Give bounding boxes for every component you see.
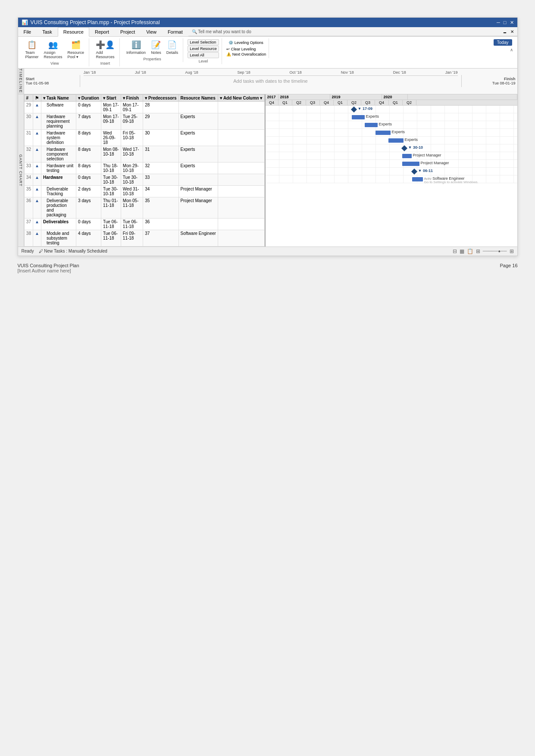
tab-project[interactable]: Project: [115, 27, 141, 36]
row-taskname[interactable]: Deliverable Tracking: [41, 185, 76, 197]
tab-resource[interactable]: Resource: [58, 27, 89, 37]
row-num: 30: [24, 113, 33, 129]
row-resource: Experts: [178, 162, 218, 174]
col-header-taskname[interactable]: ▾ Task Name: [41, 94, 76, 101]
timeline-view-icon[interactable]: ⊞: [476, 248, 480, 254]
row-start: Wed 26-09-18: [101, 129, 121, 146]
ribbon-group-leveling: ⚙️ Leveling Options ↩ Clear Leveling ⚠️ …: [224, 38, 269, 58]
notes-button[interactable]: 📝 Notes: [149, 39, 163, 56]
level-resource-button[interactable]: Level Resource: [188, 46, 219, 52]
resource-pool-button[interactable]: 🗂️ ResourcePool ▾: [66, 39, 87, 60]
col-header-resource[interactable]: Resource Names: [178, 94, 218, 101]
row-mode: ▲: [33, 113, 41, 129]
row-mode: ▲: [33, 185, 41, 197]
timeline-bar: TIMELINE Start Tue 01-05-98 Jan '18 Jul …: [18, 69, 517, 94]
tab-file[interactable]: File: [18, 27, 37, 36]
tab-report[interactable]: Report: [89, 27, 115, 36]
year-2018: 2018: [278, 94, 330, 100]
tab-format[interactable]: Format: [162, 27, 188, 36]
q-2020-q1: Q1: [389, 100, 403, 105]
tab-view[interactable]: View: [141, 27, 162, 36]
row-taskname[interactable]: Deliverable production and packaging: [41, 197, 76, 218]
add-resources-icon: ➕👤: [96, 41, 115, 50]
add-resources-button[interactable]: ➕👤 AddResources: [94, 39, 117, 60]
grid-view-icon[interactable]: ▦: [460, 248, 464, 254]
q-2018-q4: Q4: [320, 100, 334, 105]
minimize-button[interactable]: ─: [497, 20, 500, 25]
level-selection-button[interactable]: Level Selection: [188, 39, 219, 45]
table-row: 35 ▲ Deliverable Tracking 2 days Tue 30-…: [24, 185, 264, 197]
today-button[interactable]: Today: [494, 39, 512, 46]
notes-icon: 📝: [151, 41, 161, 50]
leveling-options-button[interactable]: ⚙️ Leveling Options: [226, 39, 266, 46]
task-bar[interactable]: [402, 154, 412, 158]
task-bar[interactable]: [412, 177, 423, 181]
status-bar-right: ⊟ ▦ 📋 ⊞ ─────●── ⊞: [453, 248, 514, 254]
task-bar[interactable]: [352, 115, 365, 119]
task-bar[interactable]: [365, 123, 378, 127]
details-icon: 📄: [167, 41, 177, 50]
row-num: 29: [24, 101, 33, 113]
close-window-button[interactable]: ✕: [510, 29, 514, 34]
ribbon-tabs: File Task Resource Report Project View F…: [18, 27, 517, 37]
row-resource: Project Manager: [178, 185, 218, 197]
team-planner-button[interactable]: 📋 TeamPlanner: [23, 39, 41, 60]
col-header-addcol[interactable]: ▾ Add New Column ▾: [218, 94, 264, 101]
chart-header-years: 2017 2018 2019 2020: [266, 94, 517, 100]
row-taskname[interactable]: Hardware component selection: [41, 146, 76, 162]
resource-pool-icon: 🗂️: [71, 41, 81, 50]
row-start: Tue 06-11-18: [101, 218, 121, 230]
row-mode: ▲: [33, 101, 41, 113]
row-start: Tue 30-10-18: [101, 185, 121, 197]
clear-leveling-icon: ↩: [226, 47, 230, 51]
col-header-finish[interactable]: ▾ Finish: [121, 94, 143, 101]
footer-author: [Insert Author name here]: [18, 268, 79, 273]
next-overallocation-option[interactable]: ⚠️ Next Overallocation: [226, 52, 266, 56]
close-button[interactable]: ✕: [510, 20, 514, 25]
page-footer: VUIS Consulting Project Plan [Insert Aut…: [18, 256, 518, 277]
year-extra: [408, 94, 517, 100]
tell-me[interactable]: Tell me what you want to do: [198, 29, 251, 34]
col-header-duration[interactable]: ▾ Duration: [76, 94, 101, 101]
row-taskname[interactable]: Hardware unit testing: [41, 162, 76, 174]
table-row: 36 ▲ Deliverable production and packagin…: [24, 197, 264, 218]
row-predecessors: 29: [143, 113, 178, 129]
window-controls[interactable]: ─ □ ✕: [497, 20, 513, 25]
zoom-in-icon[interactable]: ⊞: [510, 248, 514, 254]
row-taskname[interactable]: Hardware requirement planning: [41, 113, 76, 129]
level-all-button[interactable]: Level All: [188, 52, 219, 58]
gantt-sidebar-label: GANTT CHART: [18, 94, 24, 247]
milestone-label: ▼ 30-10: [408, 145, 423, 150]
row-predecessors: 34: [143, 185, 178, 197]
row-taskname[interactable]: Hardware: [41, 174, 76, 185]
row-num: 31: [24, 129, 33, 146]
year-2019: 2019: [330, 94, 382, 100]
task-bar[interactable]: [375, 131, 391, 135]
ribbon-content: 📋 TeamPlanner 👥 AssignResources 🗂️ Resou…: [18, 37, 517, 68]
zoom-slider[interactable]: ─────●──: [483, 249, 507, 253]
row-duration: 8 days: [76, 129, 101, 146]
col-header-predecessors[interactable]: ▾ Predecessors: [143, 94, 178, 101]
tab-task[interactable]: Task: [37, 27, 58, 36]
zoom-out-icon[interactable]: ⊟: [453, 248, 457, 254]
assign-resources-button[interactable]: 👥 AssignResources: [42, 39, 65, 60]
collapse-ribbon-icon[interactable]: ∧: [510, 47, 513, 52]
minimize-ribbon-button[interactable]: 🗕: [503, 29, 507, 34]
next-overallocation-icon: ⚠️: [226, 52, 231, 56]
restore-button[interactable]: □: [504, 20, 507, 25]
row-taskname[interactable]: Deliverables: [41, 218, 76, 230]
col-header-start[interactable]: ▾ Start: [101, 94, 121, 101]
information-button[interactable]: ℹ️ Information: [124, 39, 148, 56]
view-switch-icon[interactable]: 📋: [467, 248, 473, 254]
row-taskname[interactable]: Hardware system definition: [41, 129, 76, 146]
view-buttons: 📋 TeamPlanner 👥 AssignResources 🗂️ Resou…: [23, 39, 87, 60]
row-taskname[interactable]: Software: [41, 101, 76, 113]
row-taskname[interactable]: Module and subsystem testing: [41, 230, 76, 246]
task-bar[interactable]: [402, 162, 419, 166]
chart-row: Project Manager: [266, 160, 517, 168]
clear-leveling-option[interactable]: ↩ Clear Leveling: [226, 47, 266, 51]
row-duration: 8 days: [76, 162, 101, 174]
task-bar[interactable]: [388, 138, 404, 143]
row-resource: [178, 218, 218, 230]
details-button[interactable]: 📄 Details: [164, 39, 181, 56]
